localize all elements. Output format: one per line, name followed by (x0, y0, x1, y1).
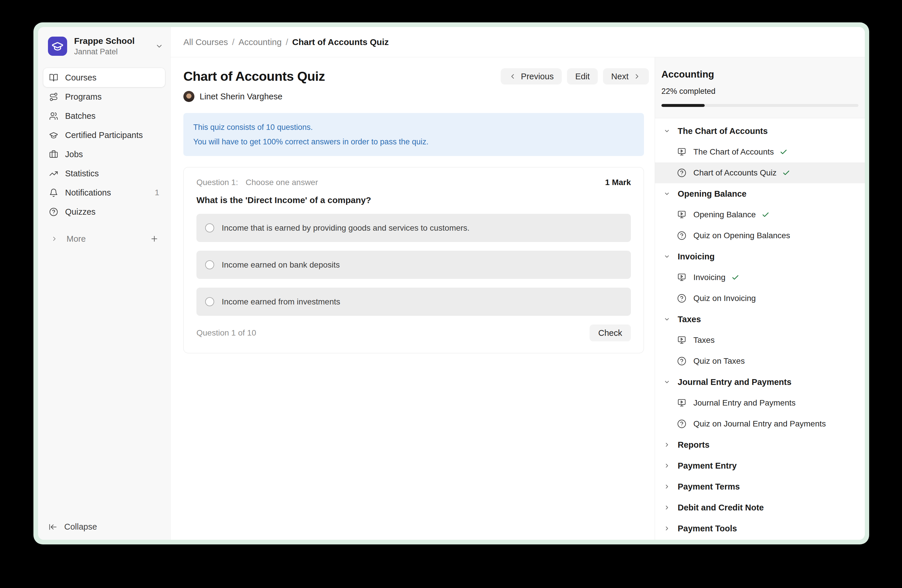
answer-option-label: Income earned from investments (222, 297, 340, 307)
chevron-down-icon (664, 253, 670, 260)
outline-lesson-the-chart-of-accounts[interactable]: The Chart of Accounts (655, 141, 865, 163)
outline-section-payment-entry[interactable]: Payment Entry (655, 455, 865, 476)
answer-option-1[interactable]: Income that is earned by providing goods… (196, 214, 631, 242)
graduation-cap-icon (49, 131, 58, 140)
breadcrumb-accounting[interactable]: Accounting (239, 37, 282, 47)
outline-item-label: Invoicing (693, 273, 726, 282)
outline-section-label: Invoicing (678, 252, 714, 261)
content-area: All Courses / Accounting / Chart of Acco… (171, 27, 865, 540)
edit-button[interactable]: Edit (567, 68, 598, 84)
sidebar-item-notifications[interactable]: Notifications 1 (43, 183, 165, 202)
chevron-right-icon (633, 73, 641, 80)
outline-section-payment-tools[interactable]: Payment Tools (655, 518, 865, 539)
outline-section-taxes[interactable]: Taxes (655, 309, 865, 330)
author-row: Linet Sherin Varghese (183, 91, 649, 102)
book-open-icon (49, 73, 58, 82)
outline-section-journal-entry-and-payments[interactable]: Journal Entry and Payments (655, 372, 865, 393)
quiz-main: Chart of Accounts Quiz Previous Edit Nex… (171, 57, 655, 540)
outline-item-label: Opening Balance (693, 210, 756, 219)
outline-section-label: Taxes (678, 314, 701, 324)
quiz-icon (677, 294, 686, 303)
answer-option-3[interactable]: Income earned from investments (196, 288, 631, 316)
lesson-icon (677, 398, 686, 408)
previous-button[interactable]: Previous (501, 68, 562, 84)
author-avatar (183, 91, 194, 102)
course-progress-fill (661, 104, 705, 107)
outline-section-label: Opening Balance (678, 189, 747, 199)
sidebar-more-toggle[interactable]: More (38, 230, 170, 247)
outline-section-payment-terms[interactable]: Payment Terms (655, 476, 865, 497)
outline-lesson-journal-entry-and-payments[interactable]: Journal Entry and Payments (655, 393, 865, 413)
outline-section-opening-balance[interactable]: Opening Balance (655, 183, 865, 204)
briefcase-icon (49, 150, 58, 159)
question-card: Question 1: Choose one answer 1 Mark Wha… (183, 167, 644, 353)
course-outline-list: The Chart of Accounts The Chart of Accou… (655, 118, 865, 540)
question-marks: 1 Mark (605, 178, 631, 187)
outline-item-label: Quiz on Taxes (693, 357, 745, 366)
sidebar-nav: Courses Programs Batches Certified Parti… (43, 68, 165, 221)
lesson-icon (677, 273, 686, 282)
sidebar-item-label: Quizzes (65, 207, 96, 217)
outline-section-invoicing[interactable]: Invoicing (655, 246, 865, 267)
outline-lesson-opening-balance[interactable]: Opening Balance (655, 204, 865, 225)
sidebar-item-batches[interactable]: Batches (43, 106, 165, 125)
more-label: More (67, 234, 86, 244)
chevron-down-icon (664, 128, 670, 134)
outline-quiz-on-taxes[interactable]: Quiz on Taxes (655, 351, 865, 372)
outline-item-label: Quiz on Opening Balances (693, 231, 790, 240)
outline-quiz-on-invoicing[interactable]: Quiz on Invoicing (655, 288, 865, 309)
sidebar-item-quizzes[interactable]: Quizzes (43, 202, 165, 221)
answer-option-2[interactable]: Income earned on bank deposits (196, 251, 631, 279)
outline-section-label: Debit and Credit Note (678, 503, 764, 513)
outline-item-label: Journal Entry and Payments (693, 398, 796, 408)
outline-quiz-chart-of-accounts-quiz[interactable]: Chart of Accounts Quiz (655, 163, 865, 183)
outline-quiz-on-journal-entry-and-payments[interactable]: Quiz on Journal Entry and Payments (655, 413, 865, 434)
check-button[interactable]: Check (590, 325, 631, 341)
sidebar-item-jobs[interactable]: Jobs (43, 145, 165, 164)
outline-section-debit-and-credit-note[interactable]: Debit and Credit Note (655, 497, 865, 518)
sidebar-item-programs[interactable]: Programs (43, 87, 165, 106)
plus-icon[interactable] (150, 235, 159, 243)
sidebar-collapse-button[interactable]: Collapse (49, 522, 97, 532)
sidebar-item-label: Courses (65, 73, 97, 83)
sidebar-item-label: Certified Participants (65, 130, 143, 140)
radio-button[interactable] (205, 297, 214, 306)
course-progress-text: 22% completed (661, 87, 858, 96)
trending-up-icon (49, 169, 58, 178)
workspace-switcher[interactable]: Frappe School Jannat Patel (38, 27, 170, 56)
outline-section-the-chart-of-accounts[interactable]: The Chart of Accounts (655, 120, 865, 141)
chevron-down-icon (664, 379, 670, 385)
question-instruction: Choose one answer (246, 178, 318, 187)
sidebar-item-certified-participants[interactable]: Certified Participants (43, 125, 165, 145)
chevron-right-icon (664, 525, 670, 532)
answer-option-label: Income earned on bank deposits (222, 260, 340, 270)
app-window: Frappe School Jannat Patel Courses Progr… (38, 27, 865, 540)
sidebar-item-label: Batches (65, 111, 96, 121)
author-name: Linet Sherin Varghese (200, 92, 282, 102)
sidebar-item-label: Programs (65, 92, 102, 102)
outline-quiz-on-opening-balances[interactable]: Quiz on Opening Balances (655, 225, 865, 246)
radio-button[interactable] (205, 224, 214, 232)
brand-text: Frappe School Jannat Patel (74, 36, 155, 56)
outline-item-label: Quiz on Invoicing (693, 294, 756, 303)
course-outline-panel: Accounting 22% completed The Chart of Ac… (655, 57, 865, 540)
sidebar-item-statistics[interactable]: Statistics (43, 164, 165, 183)
next-button[interactable]: Next (603, 68, 649, 84)
answer-option-label: Income that is earned by providing goods… (222, 224, 470, 233)
completed-check-icon (762, 211, 769, 219)
chevron-down-icon (155, 42, 163, 50)
outline-section-reports[interactable]: Reports (655, 434, 865, 455)
frappe-school-logo (48, 37, 67, 56)
outline-item-label: The Chart of Accounts (693, 147, 774, 156)
collapse-label: Collapse (64, 522, 97, 532)
lesson-icon (677, 336, 686, 345)
outline-lesson-taxes[interactable]: Taxes (655, 330, 865, 351)
outline-lesson-invoicing[interactable]: Invoicing (655, 267, 865, 288)
breadcrumb-all-courses[interactable]: All Courses (183, 37, 228, 47)
radio-button[interactable] (205, 260, 214, 269)
quiz-info-line-1: This quiz consists of 10 questions. (193, 120, 634, 134)
chevron-right-icon (51, 235, 58, 242)
sidebar-item-courses[interactable]: Courses (43, 68, 165, 87)
completed-check-icon (731, 274, 739, 281)
question-number-label: Question 1: (196, 178, 238, 187)
